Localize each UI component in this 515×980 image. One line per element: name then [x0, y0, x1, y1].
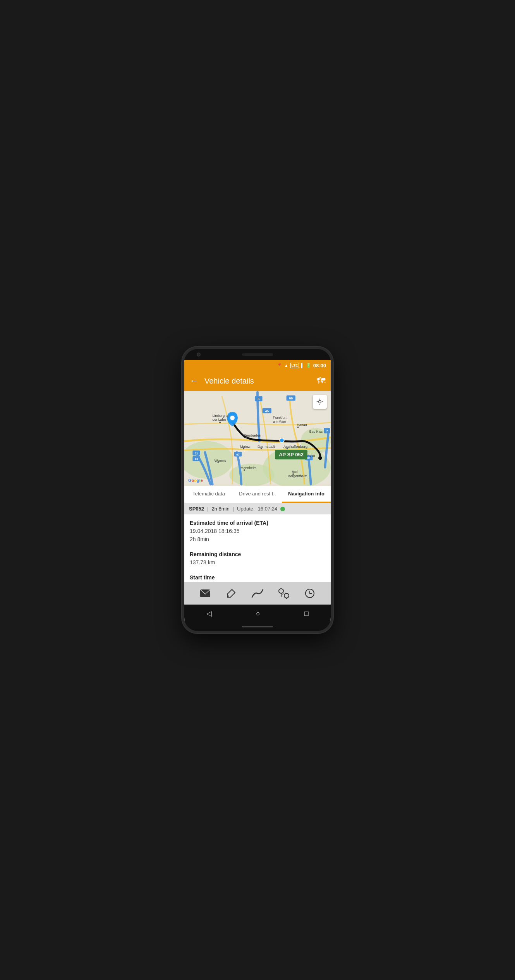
history-button[interactable] [303, 586, 317, 600]
svg-text:45: 45 [265, 409, 269, 413]
map-view-button[interactable]: 🗺 [317, 376, 325, 386]
trip-duration: 2h 8min [211, 506, 229, 512]
status-time: 08:00 [313, 363, 326, 368]
phone-bottom [184, 622, 331, 631]
svg-point-52 [319, 401, 321, 403]
recent-nav-button[interactable]: □ [304, 610, 309, 618]
tab-navigation-info[interactable]: Navigation info [282, 486, 331, 503]
svg-point-37 [243, 448, 244, 449]
svg-point-59 [279, 589, 283, 593]
distance-value: 137.78 km [190, 559, 325, 567]
svg-text:66: 66 [289, 396, 293, 400]
svg-point-8 [230, 416, 235, 420]
svg-point-35 [297, 427, 299, 428]
eta-label: Estimated time of arrival (ETA) [190, 520, 325, 526]
svg-point-41 [287, 448, 288, 449]
front-camera [197, 353, 201, 356]
svg-text:Bad: Bad [292, 470, 298, 474]
svg-text:Mainz: Mainz [240, 444, 250, 449]
svg-point-10 [318, 456, 322, 460]
svg-text:5: 5 [258, 397, 259, 401]
svg-point-29 [219, 421, 221, 423]
svg-text:7: 7 [326, 429, 328, 433]
email-button[interactable] [198, 586, 212, 600]
svg-text:Mergentheim: Mergentheim [288, 474, 307, 478]
svg-text:am Main: am Main [273, 420, 286, 423]
svg-text:Darmstadt: Darmstadt [258, 444, 275, 449]
eta-date: 19.04.2018 18:16:35 [190, 527, 325, 535]
distance-label: Remaining distance [190, 551, 325, 557]
location-status-icon: 📍 [277, 363, 282, 368]
tab-drive-rest[interactable]: Drive and rest t.. [233, 486, 282, 503]
svg-point-61 [284, 593, 289, 598]
android-nav-bar: ◁ ○ □ [184, 605, 331, 622]
back-button[interactable]: ← [190, 376, 198, 386]
phone-top-bar [184, 349, 331, 360]
tab-telematic[interactable]: Telematic data [184, 486, 233, 503]
locate-button[interactable] [313, 395, 327, 409]
svg-text:67: 67 [236, 453, 240, 456]
status-bar: 📍 ▲ LTE ▌ 🔋 08:00 [184, 360, 331, 371]
edit-button[interactable] [224, 586, 238, 600]
map-area[interactable]: 5 66 45 7 61 63 67 81 Limburg an der Lah… [184, 391, 331, 486]
update-time: 16:07:24 [258, 506, 278, 512]
online-status-indicator [280, 507, 285, 511]
svg-text:der Lahn: der Lahn [213, 418, 226, 421]
svg-point-9 [280, 438, 284, 443]
svg-point-39 [261, 448, 262, 449]
svg-text:63: 63 [195, 457, 198, 461]
page-title: Vehicle details [204, 377, 311, 385]
svg-text:Worms: Worms [215, 458, 227, 463]
signal-status-icon: ▌ [301, 363, 304, 368]
info-bar: SP052 | 2h 8min | Update: 16:07:24 [184, 503, 331, 514]
distance-section: Remaining distance 137.78 km [190, 551, 325, 567]
map-svg: 5 66 45 7 61 63 67 81 Limburg an der Lah… [184, 391, 331, 486]
status-icons: 📍 ▲ LTE ▌ 🔋 08:00 [277, 363, 326, 368]
svg-text:Frankfurt: Frankfurt [273, 416, 287, 420]
start-time-section: Start time 19.04.2018 13:38:20 [190, 574, 325, 582]
svg-text:61: 61 [195, 452, 198, 455]
svg-point-31 [245, 437, 247, 439]
svg-point-43 [217, 461, 219, 463]
home-nav-button[interactable]: ○ [256, 610, 260, 618]
svg-text:Limburg an: Limburg an [213, 414, 230, 418]
lte-status-icon: LTE [290, 363, 299, 368]
route-button[interactable] [251, 586, 264, 600]
svg-text:Mannheim: Mannheim [240, 466, 256, 470]
svg-text:Bad Kiss: Bad Kiss [309, 430, 323, 433]
eta-duration: 2h 8min [190, 535, 325, 543]
svg-text:Hanau: Hanau [297, 423, 307, 427]
bottom-indicator [242, 626, 273, 627]
svg-point-50 [292, 473, 294, 475]
vehicle-label: AP SP 052 [275, 450, 307, 459]
tabs-container: Telematic data Drive and rest t.. Naviga… [184, 486, 331, 503]
battery-status-icon: 🔋 [306, 363, 311, 368]
update-label: Update: [237, 506, 255, 512]
eta-section: Estimated time of arrival (ETA) 19.04.20… [190, 520, 325, 543]
wifi-status-icon: ▲ [284, 363, 288, 368]
start-time-label: Start time [190, 574, 325, 581]
svg-text:Wiesbaden: Wiesbaden [242, 433, 261, 437]
navigation-pin-button[interactable] [277, 586, 291, 600]
app-bar: ← Vehicle details 🗺 [184, 371, 331, 391]
speaker [242, 353, 273, 356]
bottom-toolbar [184, 582, 331, 605]
google-logo: Google [188, 478, 203, 483]
phone-content: 📍 ▲ LTE ▌ 🔋 08:00 ← Vehicle details 🗺 [184, 360, 331, 622]
navigation-content: Estimated time of arrival (ETA) 19.04.20… [184, 514, 331, 582]
back-nav-button[interactable]: ◁ [206, 609, 212, 618]
vehicle-id: SP052 [189, 506, 204, 512]
phone-frame: 📍 ▲ LTE ▌ 🔋 08:00 ← Vehicle details 🗺 [182, 347, 333, 633]
svg-point-45 [244, 469, 245, 471]
